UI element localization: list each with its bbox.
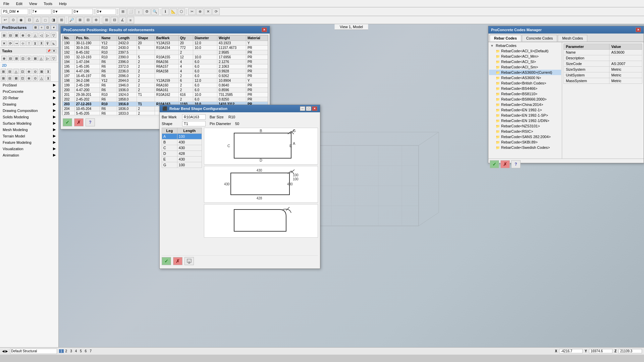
positioning-table-row[interactable]: 1951-45-195R62372.02R6A15746.02.1063PR bbox=[63, 64, 268, 69]
tool-icon-8[interactable]: ▷ bbox=[45, 33, 50, 38]
tool-icon-12[interactable]: ⊸ bbox=[14, 41, 19, 46]
tool-icon-11[interactable]: ⟳ bbox=[8, 41, 13, 46]
pos-cross-btn[interactable]: ✗ bbox=[74, 118, 84, 126]
icon2d-6[interactable]: ⊙ bbox=[33, 69, 38, 74]
codes-tree-item[interactable]: 📁RebarCode<AS3600>(Current) bbox=[489, 70, 561, 75]
toolbar-btn-2[interactable]: ⬜ bbox=[127, 8, 135, 15]
codes-tree-item[interactable]: 📁RebarCode<Swedish Codes> bbox=[489, 145, 561, 150]
tool-icon-5[interactable]: ⊙ bbox=[26, 33, 32, 38]
positioning-table-row[interactable]: 1941-47-194R62396.02R6A15646.02.1276PR bbox=[63, 60, 268, 64]
leg-table-row[interactable]: D428 bbox=[162, 151, 202, 157]
tool-icon-4[interactable]: ⊕ bbox=[20, 33, 25, 38]
nav-item-feature[interactable]: Feature Modeling ▶ bbox=[0, 139, 58, 145]
toolbar-btn-f[interactable]: □ bbox=[42, 17, 49, 23]
tab-concrete-codes[interactable]: Concrete Codes bbox=[522, 35, 557, 42]
num3-dropdown[interactable]: 0▼ bbox=[73, 9, 93, 15]
codes-tree-item[interactable]: 📁RebarCode<BS8110> bbox=[489, 91, 561, 97]
icon3d-4[interactable]: ⊡ bbox=[20, 75, 25, 81]
codes-tree-item[interactable]: 📁RebarCode<ACI_SI> bbox=[489, 59, 561, 64]
toolbar-btn-12[interactable]: ⟳ bbox=[212, 8, 220, 15]
toolbar-btn-j[interactable]: ⊠ bbox=[76, 17, 84, 23]
nav-item-drawing[interactable]: Drawing ▶ bbox=[0, 101, 58, 107]
bar-mark-input[interactable]: R10A163 bbox=[182, 114, 206, 120]
codes-tree-item[interactable]: 📁RebarCode<NZS3101> bbox=[489, 123, 561, 129]
task-icon-5[interactable]: ⊙ bbox=[26, 56, 32, 61]
nav-item-surface[interactable]: Surface Modeling ▶ bbox=[0, 120, 58, 126]
leg-table-row[interactable]: A100 bbox=[162, 134, 202, 139]
codes-tree-item[interactable]: ▼RebarCodes bbox=[489, 43, 561, 48]
toolbar-btn-4[interactable]: ⚙ bbox=[143, 8, 151, 15]
toolbar-btn-7[interactable]: 📐 bbox=[170, 8, 177, 15]
toolbar-btn-k[interactable]: ⊟ bbox=[84, 17, 92, 23]
view-toggle-3[interactable]: ⊡ bbox=[45, 25, 50, 30]
num1-dropdown[interactable]: 7▼ bbox=[31, 9, 51, 15]
positioning-table-row[interactable]: 19130-9-191R102430.05R10A15477210.011157… bbox=[63, 46, 268, 50]
pos-check-btn[interactable]: ✓ bbox=[63, 118, 72, 126]
tasks-close[interactable]: ✕ bbox=[52, 49, 56, 53]
nav-item-prosteel[interactable]: ProSteel ▶ bbox=[0, 82, 58, 88]
x-value[interactable]: -4216.7 bbox=[559, 349, 583, 353]
bend-check-btn[interactable]: ✓ bbox=[162, 257, 171, 265]
menu-item-tools[interactable]: Tools bbox=[42, 1, 54, 6]
bend-close-btn[interactable]: ✕ bbox=[312, 106, 317, 111]
toolbar-btn-h[interactable]: ⊞ bbox=[58, 17, 65, 23]
icon3d-6[interactable]: ⊙ bbox=[33, 75, 38, 81]
task-icon-8[interactable]: ▷ bbox=[45, 56, 50, 61]
menu-item-view[interactable]: View bbox=[28, 1, 39, 6]
codes-tree-item[interactable]: 📁RebarCode<ACI_Mm> bbox=[489, 54, 561, 59]
toolbar-btn-3[interactable]: ↕ bbox=[135, 8, 143, 15]
nav-item-animation[interactable]: Animation ▶ bbox=[0, 152, 58, 158]
positioning-table-row[interactable]: 2004-47-200R61936.02R6A16126.00.8596PR bbox=[63, 88, 268, 93]
leg-table-row[interactable]: E430 bbox=[162, 157, 202, 162]
bend-titlebar[interactable]: ⬛ Rebar Bend Shape Configuration ─ □ ✕ bbox=[160, 105, 320, 112]
toolbar-btn-8[interactable]: ⬡ bbox=[178, 8, 185, 15]
tasks-pin[interactable]: 📌 bbox=[46, 49, 51, 53]
view-toggle-1[interactable]: ⊞ bbox=[33, 25, 38, 30]
nav-item-mesh[interactable]: Mesh Modeling ▶ bbox=[0, 126, 58, 133]
codes-tree-item[interactable]: 📁RebarCode<BS8666:2000> bbox=[489, 97, 561, 102]
nav-item-drawing-comp[interactable]: Drawing Composition ▶ bbox=[0, 107, 58, 114]
toolbar-btn-g[interactable]: ◨ bbox=[50, 17, 57, 23]
pos-help-btn[interactable]: ? bbox=[86, 118, 95, 126]
toolbar-btn-5[interactable]: 🔍 bbox=[151, 8, 159, 15]
codes-tree-item[interactable]: 📁RebarCode<RSIC> bbox=[489, 129, 561, 134]
toolbar-btn-i[interactable]: 🔎 bbox=[68, 17, 75, 23]
leg-table-row[interactable]: G100 bbox=[162, 162, 202, 168]
level-selector[interactable]: Default Structural bbox=[10, 349, 57, 354]
toolbar-btn-c[interactable]: ◉ bbox=[17, 17, 25, 23]
toolbar-btn-p[interactable]: ≡ bbox=[127, 17, 134, 23]
tool-icon-3[interactable]: ⊠ bbox=[14, 33, 19, 38]
tool-icon-2[interactable]: ⊟ bbox=[8, 33, 13, 38]
toolbar-btn-a[interactable]: ↩ bbox=[1, 17, 9, 23]
tab-mesh-codes[interactable]: Mesh Codes bbox=[558, 35, 587, 42]
tool-icon-16[interactable]: ⊼ bbox=[39, 41, 44, 46]
nav-item-terrain[interactable]: Terrain Model ▶ bbox=[0, 133, 58, 139]
nav-item-2drebar[interactable]: 2D Rebar ▶ bbox=[0, 95, 58, 101]
codes-tree-item[interactable]: 📁RebarCode<AS3600 N> bbox=[489, 75, 561, 80]
workspace-dropdown[interactable]: PS_DIM ▼ bbox=[1, 9, 28, 15]
num4-dropdown[interactable]: 0▼ bbox=[96, 9, 116, 15]
codes-help-btn[interactable]: ? bbox=[511, 160, 521, 168]
toolbar-btn-1[interactable]: ⊞ bbox=[119, 8, 126, 15]
task-icon-7[interactable]: △ bbox=[39, 56, 44, 61]
toolbar-btn-b[interactable]: ⊙ bbox=[9, 17, 17, 23]
toolbar-btn-o[interactable]: ∡ bbox=[119, 17, 126, 23]
menu-item-file[interactable]: File bbox=[2, 1, 11, 6]
codes-close-btn[interactable]: ✕ bbox=[636, 27, 641, 32]
shape-input[interactable]: T1 bbox=[182, 121, 206, 126]
toolbar-btn-n[interactable]: ⊟ bbox=[111, 17, 118, 23]
tool-icon-9[interactable]: ▽ bbox=[51, 33, 56, 38]
codes-check-btn[interactable]: ✓ bbox=[490, 160, 499, 168]
tool-icon-10[interactable]: ✕ bbox=[1, 41, 7, 46]
positioning-titlebar[interactable]: ProConcrete Positioning: Results of rein… bbox=[61, 26, 270, 34]
icon3d-5[interactable]: ⊕ bbox=[26, 75, 32, 81]
positioning-table-row[interactable]: 1964-47-196R62236.02R6A15846.00.9928PR bbox=[63, 69, 268, 74]
positioning-table-row[interactable]: 1928-45-192R102397.522.9585PR bbox=[63, 50, 268, 55]
icon3d-8[interactable]: ⊻ bbox=[45, 75, 51, 81]
icon2d-5[interactable]: ⊕ bbox=[26, 69, 32, 74]
codes-tree-item[interactable]: 📁RebarCode<China:2014> bbox=[489, 102, 561, 107]
nav-item-visualization[interactable]: Visualization ▶ bbox=[0, 145, 58, 152]
codes-titlebar[interactable]: ProConcrete Codes Manager ✕ bbox=[488, 26, 644, 34]
nav-item-solids[interactable]: Solids Modeling ▶ bbox=[0, 114, 58, 120]
bend-cross-btn[interactable]: ✗ bbox=[173, 257, 182, 265]
